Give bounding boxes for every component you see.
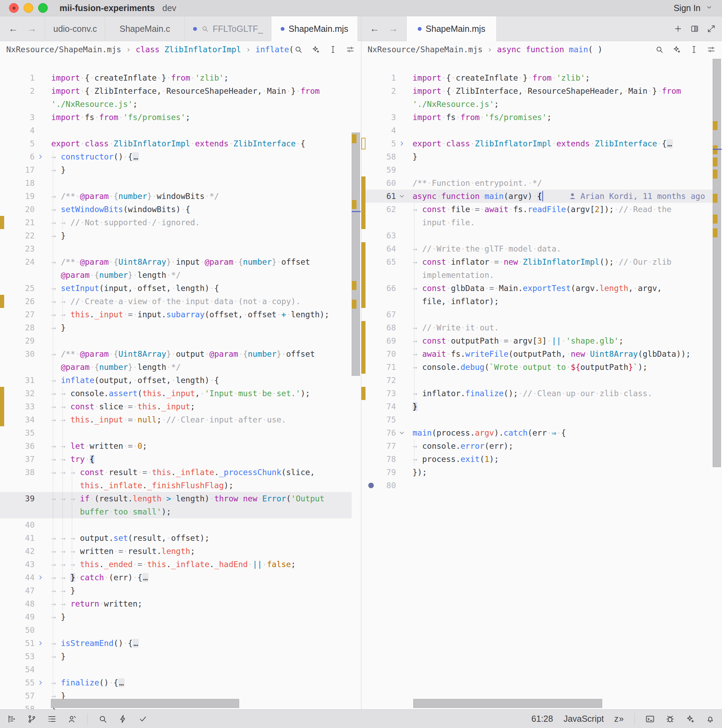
code-line[interactable]: 37→ → try·{ [0, 453, 361, 466]
code-line[interactable]: 64→ //·Write·the·glTF·model·data. [361, 242, 722, 255]
notification-bell-button[interactable] [705, 714, 715, 724]
code-line[interactable]: 29 [0, 334, 361, 347]
code-line[interactable]: 21→ → //·Not·supported·/·ignored. [0, 216, 361, 229]
code-line[interactable]: 35 [0, 426, 361, 439]
code-line[interactable]: 75 [361, 413, 722, 426]
code-line[interactable]: 78→ process.exit(1); [361, 453, 722, 466]
code-line[interactable]: 41→ → → output.set(result,·offset); [0, 531, 361, 544]
breadcrumb[interactable]: NxResource/ShapeMain.mjs › class ZlibInf… [6, 45, 294, 54]
tab-shapemain-mjs[interactable]: ShapeMain.mjs [407, 16, 497, 41]
code-line[interactable]: 54 [0, 663, 361, 676]
terminal-button[interactable] [645, 714, 655, 724]
minimize-button[interactable] [23, 3, 33, 13]
code-line[interactable]: 28→ } [0, 321, 361, 334]
code-line[interactable]: 70→ await·fs.writeFile(outputPath,·new·U… [361, 347, 722, 361]
filter-settings-icon[interactable] [707, 45, 716, 54]
code-line[interactable]: 4 [0, 124, 361, 137]
code-line[interactable]: 36→ → let·written·=·0; [0, 439, 361, 453]
code-line[interactable]: buffer·too·small'); [0, 505, 361, 518]
tasks-check-button[interactable] [138, 714, 148, 724]
close-button[interactable] [9, 3, 19, 13]
code-line[interactable]: 2import·{·ZlibInterface,·ResourceShapeHe… [361, 84, 722, 98]
code-line[interactable]: 30→ /**·@param·{Uint8Array}·output·@para… [0, 347, 361, 361]
text-cursor-icon[interactable] [690, 45, 699, 54]
code-line[interactable]: 4 [361, 124, 722, 137]
cursor-position[interactable]: 61:28 [531, 714, 553, 724]
forward-icon[interactable]: → [388, 24, 398, 34]
code-line[interactable]: 18 [0, 176, 361, 190]
ai-sparkle-button[interactable] [685, 714, 695, 724]
horizontal-scrollbar-thumb[interactable] [51, 699, 239, 708]
vertical-scrollbar-thumb[interactable] [352, 133, 360, 376]
code-line[interactable]: 73→ inflator.finalize();·//·Clean·up·our… [361, 387, 722, 400]
code-line[interactable]: 69→ const·outputPath·=·argv[3]·||·'shape… [361, 334, 722, 347]
code-line[interactable]: 60/**·Function·entrypoint.·*/ [361, 176, 722, 190]
code-line[interactable]: 31→ inflate(output,·offset,·length)·{ [0, 374, 361, 387]
code-line[interactable]: 20→ setWindowBits(windowBits)·{ [0, 203, 361, 216]
language-selector[interactable]: JavaScript [564, 714, 604, 724]
code-line[interactable]: 39→ → → if·(result.length·>·length)·thro… [0, 492, 361, 505]
code-line[interactable]: @param·{number}·length·*/ [0, 269, 361, 281]
code-line[interactable]: 80 [361, 479, 722, 492]
fold-collapsed-icon[interactable] [37, 574, 44, 581]
project-name[interactable]: mii-fusion-experiments [60, 3, 155, 13]
code-line[interactable]: 24→ /**·@param·{Uint8Array}·input·@param… [0, 255, 361, 269]
git-branch-button[interactable] [27, 714, 37, 724]
code-line[interactable]: 61async·function·main(argv)·{Arian Kordi… [361, 190, 722, 203]
forward-icon[interactable]: → [27, 24, 37, 34]
code-line[interactable]: 40 [0, 518, 361, 531]
code-line[interactable]: 79}); [361, 466, 722, 479]
code-line[interactable]: 32→ → console.assert(this._input,·'Input… [0, 387, 361, 400]
fold-expanded-icon[interactable] [398, 193, 406, 200]
back-icon[interactable]: ← [8, 24, 18, 34]
code-line[interactable]: 49→ } [0, 610, 361, 624]
split-pane-icon[interactable] [690, 24, 699, 33]
search-icon[interactable] [655, 45, 664, 54]
code-line[interactable]: 71→ console.debug(`Wrote·output·to·${out… [361, 361, 722, 374]
code-line[interactable]: 17→ } [0, 163, 361, 176]
code-line[interactable]: 77→ console.error(err); [361, 439, 722, 453]
quick-actions-zap-button[interactable] [118, 714, 128, 724]
search-button[interactable] [98, 714, 108, 724]
fold-collapsed-icon[interactable] [37, 639, 44, 647]
ai-sparkle-icon[interactable] [311, 45, 320, 54]
project-panel-button[interactable] [7, 714, 17, 724]
left-editor-pane[interactable]: 1import·{·createInflate·}·from·'zlib';2i… [0, 57, 361, 709]
code-line[interactable]: 58} [361, 150, 722, 163]
code-line[interactable]: 3import·fs·from·'fs/promises'; [0, 111, 361, 124]
filter-settings-icon[interactable] [346, 45, 355, 54]
code-line[interactable]: 53→ } [0, 650, 361, 663]
code-line[interactable]: 19→ /**·@param·{number}·windowBits·*/ [0, 190, 361, 203]
code-line[interactable]: 66→ const·glbData·=·Main.exportTest(argv… [361, 281, 722, 295]
code-line[interactable]: 74} [361, 400, 722, 413]
ai-sparkle-icon[interactable] [672, 45, 681, 54]
vertical-scrollbar-thumb[interactable] [713, 59, 721, 467]
code-line[interactable]: 44→ → }·catch·(err)·{… [0, 571, 361, 584]
code-line[interactable]: 65→ const·inflator·=·new·ZlibInflatorImp… [361, 255, 722, 269]
plus-icon[interactable] [673, 24, 682, 33]
code-line[interactable]: 42→ → → written·=·result.length; [0, 544, 361, 558]
sign-in-button[interactable]: Sign In [673, 3, 722, 13]
tab-shapemain-c[interactable]: ShapeMain.c [105, 16, 185, 41]
horizontal-scrollbar-thumb[interactable] [413, 699, 602, 708]
code-line[interactable]: 26→ → //·Create·a·view·of·the·input·data… [0, 295, 361, 308]
code-line[interactable]: implementation. [361, 269, 722, 281]
code-line[interactable]: 1import·{·createInflate·}·from·'zlib'; [0, 71, 361, 84]
fold-collapsed-icon[interactable] [37, 153, 44, 161]
code-line[interactable]: 63 [361, 229, 722, 242]
code-line[interactable]: 48→ → return·written; [0, 597, 361, 610]
code-line[interactable]: input·file. [361, 216, 722, 229]
fold-expanded-icon[interactable] [398, 429, 406, 437]
code-line[interactable]: 25→ setInput(input,·offset,·length)·{ [0, 281, 361, 295]
code-line[interactable]: 34→ → this._input·=·null;·//·Clear·input… [0, 413, 361, 426]
code-line[interactable]: file,·inflator); [361, 295, 722, 308]
code-line[interactable]: 55→ finalize()·{… [0, 676, 361, 689]
fold-collapsed-icon[interactable] [37, 679, 44, 687]
code-line[interactable]: 3import·fs·from·'fs/promises'; [361, 111, 722, 124]
right-editor-pane[interactable]: 1import·{·createInflate·}·from·'zlib';2i… [361, 57, 722, 709]
outline-button[interactable] [47, 714, 57, 724]
search-icon[interactable] [294, 45, 303, 54]
code-line[interactable]: 47→ → } [0, 584, 361, 597]
code-line[interactable]: 68→ //·Write·it·out. [361, 321, 722, 334]
code-line[interactable]: './NxResource.js'; [361, 98, 722, 111]
